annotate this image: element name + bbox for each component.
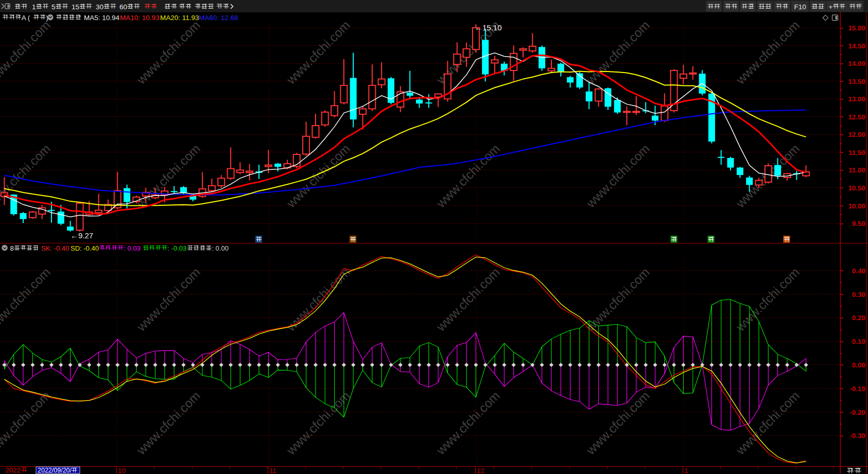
svg-text:0.20: 0.20 bbox=[852, 314, 865, 322]
svg-text:0.40: 0.40 bbox=[852, 267, 865, 275]
svg-text:F10: F10 bbox=[794, 3, 806, 11]
svg-text:2022/09/20/: 2022/09/20/ bbox=[38, 467, 72, 474]
svg-text:30: 30 bbox=[96, 3, 103, 11]
svg-text:14.00: 14.00 bbox=[848, 60, 865, 67]
svg-text:0.30: 0.30 bbox=[852, 291, 865, 299]
svg-text:11.50: 11.50 bbox=[848, 149, 865, 156]
svg-text:15: 15 bbox=[72, 3, 79, 11]
svg-text:11.00: 11.00 bbox=[848, 166, 865, 174]
svg-text:MA10: 10.93: MA10: 10.93 bbox=[120, 14, 160, 22]
svg-text:12.00: 12.00 bbox=[848, 131, 865, 138]
svg-text:-0.10: -0.10 bbox=[849, 385, 865, 393]
svg-text:0.00: 0.00 bbox=[852, 361, 865, 369]
svg-text:10.50: 10.50 bbox=[848, 184, 865, 192]
svg-text:: 0.00: : 0.00 bbox=[212, 244, 229, 252]
svg-text:: 0.03: : 0.03 bbox=[124, 244, 141, 252]
svg-text:5: 5 bbox=[51, 3, 56, 11]
svg-text:SK: -0.40: SK: -0.40 bbox=[41, 244, 69, 252]
svg-text:15.00: 15.00 bbox=[848, 24, 865, 32]
svg-text:12: 12 bbox=[477, 467, 484, 474]
svg-text:-0.20: -0.20 bbox=[849, 409, 865, 416]
svg-text:9.50: 9.50 bbox=[852, 220, 865, 227]
svg-text:13.50: 13.50 bbox=[848, 78, 865, 85]
svg-text:+: + bbox=[829, 3, 833, 11]
svg-text:11: 11 bbox=[269, 467, 276, 474]
svg-text:10.00: 10.00 bbox=[848, 202, 865, 210]
svg-text:14.50: 14.50 bbox=[848, 42, 865, 50]
svg-text:1: 1 bbox=[684, 467, 688, 474]
svg-text:: -0.03: : -0.03 bbox=[167, 244, 186, 252]
svg-text:2022: 2022 bbox=[5, 466, 21, 474]
svg-text:MA20: 11.93: MA20: 11.93 bbox=[160, 14, 199, 22]
svg-text:10: 10 bbox=[118, 467, 126, 474]
svg-text:60: 60 bbox=[119, 3, 127, 11]
svg-text:←9.27: ←9.27 bbox=[71, 231, 93, 240]
svg-text:12.50: 12.50 bbox=[848, 113, 865, 121]
svg-text:MA5: 10.94: MA5: 10.94 bbox=[84, 14, 120, 22]
svg-text:MA60: 12.68: MA60: 12.68 bbox=[199, 14, 238, 22]
svg-text:-0.30: -0.30 bbox=[849, 432, 865, 440]
svg-text:SD: -0.40: SD: -0.40 bbox=[71, 244, 99, 252]
svg-text:1: 1 bbox=[32, 3, 36, 11]
svg-text:A (: A ( bbox=[22, 14, 30, 22]
svg-text:←15.10: ←15.10 bbox=[475, 23, 502, 32]
svg-text:13.00: 13.00 bbox=[848, 95, 865, 103]
svg-text:8: 8 bbox=[10, 244, 14, 252]
svg-text:0.10: 0.10 bbox=[852, 338, 865, 345]
